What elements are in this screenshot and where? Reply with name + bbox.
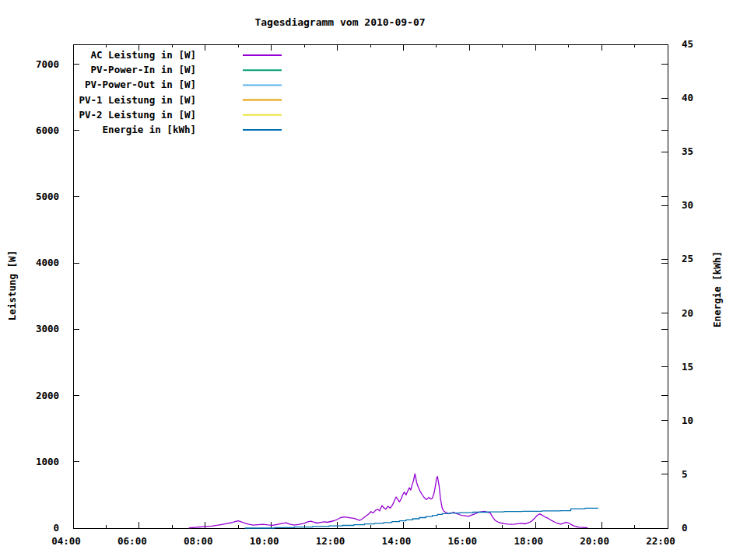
plot-area: 04:0006:0008:0010:0012:0014:0016:0018:00… (0, 0, 747, 560)
y1-tick-label: 7000 (36, 58, 59, 70)
x-tick-label: 22:00 (646, 535, 675, 547)
x-tick-label: 04:00 (51, 535, 81, 547)
y2-tick-label: 45 (682, 38, 693, 50)
legend-label-pv-power-in-in-w: PV-Power-In in [W] (91, 64, 196, 75)
series-line-energie-in-kwh (245, 508, 598, 528)
chart-title: Tagesdiagramm vom 2010-09-07 (254, 16, 425, 28)
y2-tick-label: 25 (682, 253, 693, 264)
y2-axis-label: Energie [kWh] (711, 251, 723, 327)
y1-tick-label: 0 (53, 522, 59, 534)
y2-tick-label: 15 (682, 361, 693, 373)
x-tick-label: 14:00 (382, 535, 412, 547)
y2-tick-label: 10 (682, 415, 693, 426)
y2-tick-label: 30 (682, 199, 693, 211)
y1-tick-label: 4000 (36, 257, 59, 268)
y1-tick-label: 5000 (36, 191, 59, 202)
legend-label-ac-leistung-in-w: AC Leistung in [W] (91, 49, 196, 61)
legend-label-pv-power-out-in-w: PV-Power-Out in [W] (85, 79, 196, 90)
y1-tick-label: 6000 (36, 124, 59, 136)
y1-tick-label: 2000 (36, 390, 59, 401)
x-tick-label: 10:00 (250, 535, 279, 547)
chart-canvas: 04:0006:0008:0010:0012:0014:0016:0018:00… (0, 0, 747, 560)
x-tick-label: 06:00 (117, 535, 147, 547)
legend-label-pv-2-leistung-in-w: PV-2 Leistung in [W] (79, 109, 196, 121)
y1-tick-label: 1000 (36, 456, 59, 467)
y2-tick-label: 20 (682, 307, 693, 319)
x-tick-label: 18:00 (514, 535, 543, 547)
series-line-ac-leistung-in-w (189, 474, 588, 528)
y2-tick-label: 5 (682, 468, 688, 480)
y2-tick-label: 0 (682, 522, 688, 534)
x-tick-label: 12:00 (316, 535, 345, 547)
y2-tick-label: 35 (682, 145, 693, 157)
x-tick-label: 20:00 (580, 535, 609, 547)
legend-label-pv-1-leistung-in-w: PV-1 Leistung in [W] (79, 94, 196, 106)
legend-label-energie-in-kwh: Energie in [kWh] (103, 124, 196, 135)
y1-axis-label: Leistung [W] (6, 250, 18, 320)
y1-tick-label: 3000 (36, 323, 59, 334)
x-tick-label: 08:00 (184, 535, 213, 547)
x-tick-label: 16:00 (448, 535, 478, 547)
y2-tick-label: 40 (682, 92, 693, 103)
